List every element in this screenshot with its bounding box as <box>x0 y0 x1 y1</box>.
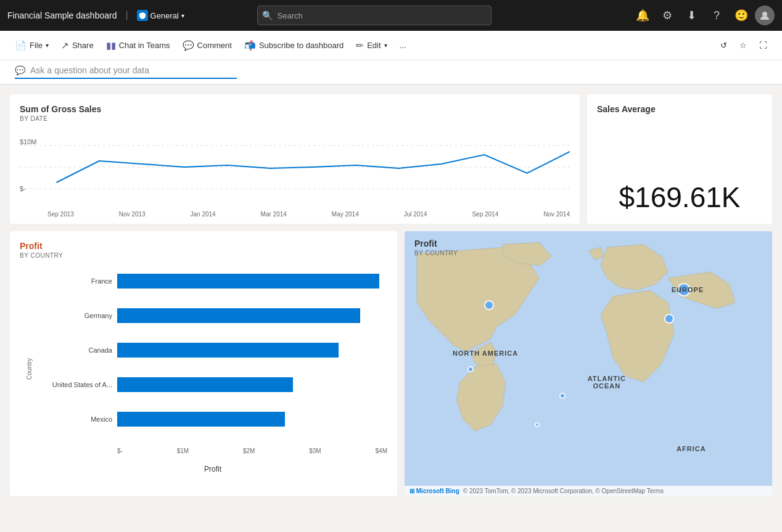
profit-map-title: Profit <box>414 239 458 248</box>
bar-rows: France Germany Canada United States of A… <box>38 264 387 436</box>
favorite-button[interactable]: ☆ <box>735 38 752 52</box>
x-tick-2: Jan 2014 <box>191 211 216 218</box>
map-dot <box>484 300 494 310</box>
y-axis-label: Country <box>26 358 33 379</box>
x-tick-0: Sep 2013 <box>47 211 74 218</box>
chevron-down-icon: ▾ <box>46 42 49 49</box>
profit-bar-title: Profit <box>20 241 387 251</box>
subscribe-icon: 📬 <box>244 40 256 51</box>
bar-track <box>117 343 387 358</box>
bar-fill <box>117 412 285 427</box>
nav-badge-label: General <box>150 11 179 20</box>
qa-icon: 💬 <box>15 65 25 75</box>
file-button[interactable]: 📄 File ▾ <box>10 38 54 54</box>
bar-track <box>117 412 387 427</box>
edit-icon: ✏ <box>356 40 364 51</box>
fullscreen-button[interactable]: ⛶ <box>754 38 772 52</box>
bar-row: France <box>38 270 387 292</box>
refresh-icon: ↺ <box>720 41 727 50</box>
bar-label: Germany <box>38 312 112 319</box>
bar-fill <box>117 377 293 392</box>
avatar[interactable] <box>755 6 775 25</box>
app-title: Financial Sample dashboard <box>7 10 117 20</box>
qa-input-wrap[interactable]: 💬 <box>15 65 237 79</box>
bar-row: Canada <box>38 339 387 361</box>
bar-label: Canada <box>38 346 112 354</box>
share-icon: ↗ <box>61 40 69 51</box>
bar-chart-container: Country France Germany Canada United Sta… <box>20 264 387 473</box>
sales-avg-title: Sales Average <box>597 104 656 114</box>
nav-badge[interactable]: General ▾ <box>137 10 184 21</box>
x-tick-5: Jul 2014 <box>404 211 427 218</box>
map-area-label: EUROPE <box>672 286 704 293</box>
profit-bar-chart-card: Profit BY COUNTRY Country France Germany… <box>10 231 397 496</box>
chevron-down-icon: ▾ <box>384 42 387 49</box>
bar-fill <box>117 274 379 289</box>
chat-in-teams-button[interactable]: ▮▮ Chat in Teams <box>101 38 175 54</box>
map-background: ⊞ Microsoft Bing © 2023 TomTom, © 2023 M… <box>405 231 772 496</box>
line-chart-area: $10M $- Sum of Gross Sep 2013 Nov 2013 J… <box>20 127 570 207</box>
x-tick: $1M <box>177 448 189 454</box>
map-dot <box>467 366 474 372</box>
map-title-overlay: Profit BY COUNTRY <box>414 239 458 256</box>
help-icon[interactable]: ? <box>706 4 728 27</box>
x-tick-3: Mar 2014 <box>261 211 287 218</box>
top-row: Sum of Gross Sales BY DATE $10M $- Sum o… <box>10 94 772 224</box>
toolbar-right: ↺ ☆ ⛶ <box>715 38 772 52</box>
nav-divider: | <box>125 10 128 21</box>
main-content: Sum of Gross Sales BY DATE $10M $- Sum o… <box>0 84 782 506</box>
bar-row: Mexico <box>38 408 387 430</box>
refresh-button[interactable]: ↺ <box>715 38 732 52</box>
download-icon[interactable]: ⬇ <box>681 4 703 27</box>
x-tick-6: Sep 2014 <box>472 211 498 218</box>
more-button[interactable]: ... <box>395 38 411 52</box>
comment-icon: 💬 <box>183 40 194 51</box>
bar-row: United States of A... <box>38 374 387 396</box>
sales-avg-value: $169.61K <box>619 181 741 214</box>
map-dot <box>664 314 674 324</box>
notification-icon[interactable]: 🔔 <box>632 4 654 27</box>
settings-icon[interactable]: ⚙ <box>656 4 678 27</box>
bar-label: France <box>38 277 112 285</box>
teams-icon: ▮▮ <box>106 40 116 51</box>
chevron-down-icon: ▾ <box>181 12 184 19</box>
search-input[interactable] <box>257 6 492 25</box>
bar-label: United States of A... <box>38 381 112 388</box>
svg-text:$10M: $10M <box>20 138 36 145</box>
bar-fill <box>117 308 360 323</box>
feedback-icon[interactable]: 🙂 <box>730 4 752 27</box>
bing-logo: ⊞ Microsoft Bing <box>410 488 459 494</box>
map-svg <box>405 231 772 496</box>
map-dot <box>535 422 540 427</box>
x-axis-label: Profit <box>38 465 387 473</box>
gross-sales-title: Sum of Gross Sales <box>20 104 570 114</box>
bar-row: Germany <box>38 305 387 327</box>
qa-input[interactable] <box>30 65 215 75</box>
comment-button[interactable]: 💬 Comment <box>178 38 237 54</box>
star-icon: ☆ <box>739 41 747 50</box>
profit-map-subtitle: BY COUNTRY <box>414 250 458 256</box>
x-tick-4: May 2014 <box>332 211 359 218</box>
bar-x-axis: $-$1M$2M$3M$4M <box>38 445 387 454</box>
subscribe-button[interactable]: 📬 Subscribe to dashboard <box>239 38 348 54</box>
search-icon: 🔍 <box>262 10 273 20</box>
x-tick: $2M <box>243 448 255 454</box>
map-dot <box>559 393 566 399</box>
bar-fill <box>117 343 339 358</box>
gross-sales-subtitle: BY DATE <box>20 115 570 122</box>
profit-map-card: Profit BY COUNTRY <box>405 231 772 496</box>
map-copyright: © 2023 TomTom, © 2023 Microsoft Corporat… <box>463 488 664 494</box>
sales-avg-card: Sales Average $169.61K <box>587 94 772 224</box>
share-button[interactable]: ↗ Share <box>56 38 99 54</box>
profit-bar-subtitle: BY COUNTRY <box>20 252 387 259</box>
shield-icon <box>137 10 148 21</box>
map-area-label: AFRICA <box>677 445 706 452</box>
edit-button[interactable]: ✏ Edit ▾ <box>351 38 392 54</box>
nav-icons: 🔔 ⚙ ⬇ ? 🙂 <box>632 4 775 27</box>
x-tick-1: Nov 2013 <box>119 211 146 218</box>
qa-bar: 💬 <box>0 60 782 84</box>
x-tick-7: Nov 2014 <box>543 211 570 218</box>
bar-track <box>117 377 387 392</box>
map-footer: ⊞ Microsoft Bing © 2023 TomTom, © 2023 M… <box>405 486 772 496</box>
search-bar[interactable]: 🔍 <box>257 6 492 25</box>
